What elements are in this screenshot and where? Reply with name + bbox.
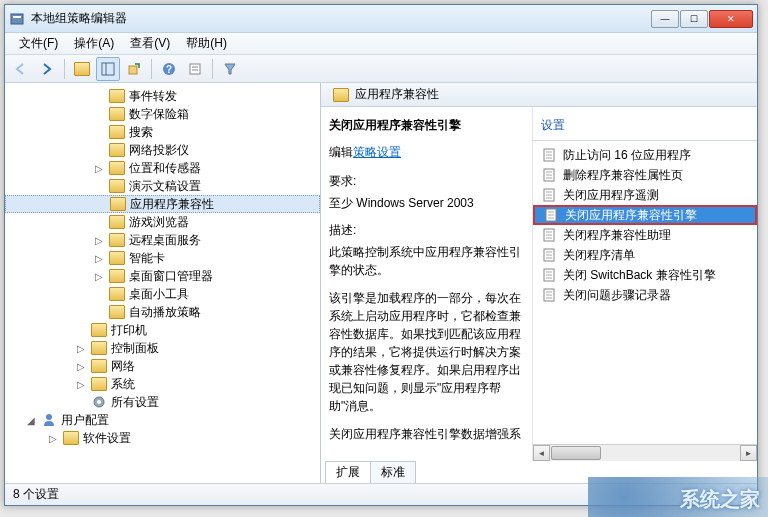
expander-icon[interactable]: ◢ <box>25 415 37 426</box>
tree-item-label: 应用程序兼容性 <box>130 196 214 213</box>
policy-icon <box>541 168 557 182</box>
tree-item[interactable]: 演示文稿设置 <box>5 177 320 195</box>
tab-standard[interactable]: 标准 <box>370 461 416 483</box>
tree-item[interactable]: 打印机 <box>5 321 320 339</box>
menu-file[interactable]: 文件(F) <box>11 33 66 54</box>
tree-item[interactable]: ▷控制面板 <box>5 339 320 357</box>
folder-icon <box>74 62 90 76</box>
tree-item-user-config[interactable]: ◢用户配置 <box>5 411 320 429</box>
properties-icon <box>188 62 202 76</box>
expander-icon[interactable]: ▷ <box>75 361 87 372</box>
setting-label: 关闭 SwitchBack 兼容性引擎 <box>563 267 716 284</box>
tree-item[interactable]: 桌面小工具 <box>5 285 320 303</box>
setting-item[interactable]: 删除程序兼容性属性页 <box>533 165 757 185</box>
back-button[interactable] <box>9 57 33 81</box>
tree-item[interactable]: 所有设置 <box>5 393 320 411</box>
forward-button[interactable] <box>35 57 59 81</box>
settings-list[interactable]: 防止访问 16 位应用程序删除程序兼容性属性页关闭应用程序遥测关闭应用程序兼容性… <box>533 141 757 444</box>
titlebar: 本地组策略编辑器 — ☐ ✕ <box>5 5 757 33</box>
tree-item[interactable]: ▷位置和传感器 <box>5 159 320 177</box>
edit-label: 编辑 <box>329 145 353 159</box>
tree-item[interactable]: 数字保险箱 <box>5 105 320 123</box>
tree-item-label: 桌面窗口管理器 <box>129 268 213 285</box>
description-text-2: 该引擎是加载程序的一部分，每次在系统上启动应用程序时，它都检查兼容性数据库。如果… <box>329 289 524 415</box>
tree-item-label: 游戏浏览器 <box>129 214 189 231</box>
policy-settings-link[interactable]: 策略设置 <box>353 145 401 159</box>
filter-button[interactable] <box>218 57 242 81</box>
tree-item[interactable]: ▷网络 <box>5 357 320 375</box>
close-button[interactable]: ✕ <box>709 10 753 28</box>
setting-item[interactable]: 关闭应用程序兼容性引擎 <box>533 205 757 225</box>
setting-item[interactable]: 关闭 SwitchBack 兼容性引擎 <box>533 265 757 285</box>
horizontal-scrollbar[interactable]: ◄ ► <box>533 444 757 461</box>
menu-view[interactable]: 查看(V) <box>122 33 178 54</box>
expander-icon[interactable]: ▷ <box>75 343 87 354</box>
setting-label: 关闭程序清单 <box>563 247 635 264</box>
help-button[interactable]: ? <box>157 57 181 81</box>
tree-item-label: 智能卡 <box>129 250 165 267</box>
menu-help[interactable]: 帮助(H) <box>178 33 235 54</box>
tab-extended[interactable]: 扩展 <box>325 461 371 483</box>
tree-item-label: 事件转发 <box>129 88 177 105</box>
requirements-text: 至少 Windows Server 2003 <box>329 194 524 212</box>
tree-item[interactable]: ▷系统 <box>5 375 320 393</box>
export-button[interactable] <box>122 57 146 81</box>
tree-pane[interactable]: 事件转发数字保险箱搜索网络投影仪▷位置和传感器演示文稿设置应用程序兼容性游戏浏览… <box>5 83 321 483</box>
policy-icon <box>541 188 557 202</box>
tree-item-label: 网络投影仪 <box>129 142 189 159</box>
setting-item[interactable]: 关闭应用程序遥测 <box>533 185 757 205</box>
setting-item[interactable]: 关闭程序兼容性助理 <box>533 225 757 245</box>
properties-button[interactable] <box>183 57 207 81</box>
expander-icon[interactable]: ▷ <box>47 433 59 444</box>
tree-item-label: 数字保险箱 <box>129 106 189 123</box>
scroll-track[interactable] <box>550 445 740 461</box>
expander-icon[interactable]: ▷ <box>93 253 105 264</box>
tree-item-label: 所有设置 <box>111 394 159 411</box>
tree-item-label: 远程桌面服务 <box>129 232 201 249</box>
setting-item[interactable]: 防止访问 16 位应用程序 <box>533 145 757 165</box>
expander-icon[interactable]: ▷ <box>93 163 105 174</box>
settings-column-header[interactable]: 设置 <box>533 107 757 141</box>
svg-point-12 <box>46 414 52 420</box>
toolbar: ? <box>5 55 757 83</box>
tree-item[interactable]: 游戏浏览器 <box>5 213 320 231</box>
setting-label: 防止访问 16 位应用程序 <box>563 147 691 164</box>
tree-icon <box>101 62 115 76</box>
minimize-button[interactable]: — <box>651 10 679 28</box>
window-controls: — ☐ ✕ <box>651 10 753 28</box>
setting-label: 关闭问题步骤记录器 <box>563 287 671 304</box>
tree-item[interactable]: ▷智能卡 <box>5 249 320 267</box>
folder-icon <box>333 88 349 102</box>
setting-item[interactable]: 关闭问题步骤记录器 <box>533 285 757 305</box>
tree-item-label: 位置和传感器 <box>129 160 201 177</box>
tree-item[interactable]: 自动播放策略 <box>5 303 320 321</box>
scroll-left-button[interactable]: ◄ <box>533 445 550 461</box>
statusbar: 8 个设置 <box>5 483 757 505</box>
tree-item[interactable]: 搜索 <box>5 123 320 141</box>
tree-item-label: 控制面板 <box>111 340 159 357</box>
tree-item[interactable]: 网络投影仪 <box>5 141 320 159</box>
menubar: 文件(F) 操作(A) 查看(V) 帮助(H) <box>5 33 757 55</box>
expander-icon[interactable]: ▷ <box>75 379 87 390</box>
scroll-right-button[interactable]: ► <box>740 445 757 461</box>
policy-icon <box>541 148 557 162</box>
setting-item[interactable]: 关闭程序清单 <box>533 245 757 265</box>
tree-view-button[interactable] <box>96 57 120 81</box>
tree-item[interactable]: 事件转发 <box>5 87 320 105</box>
folder-button[interactable] <box>70 57 94 81</box>
expander-icon[interactable]: ▷ <box>93 235 105 246</box>
tree-item-label: 系统 <box>111 376 135 393</box>
tree-item[interactable]: ▷远程桌面服务 <box>5 231 320 249</box>
maximize-button[interactable]: ☐ <box>680 10 708 28</box>
scroll-thumb[interactable] <box>551 446 601 460</box>
arrow-right-icon <box>39 62 55 76</box>
setting-label: 关闭程序兼容性助理 <box>563 227 671 244</box>
tree-item[interactable]: 应用程序兼容性 <box>5 195 320 213</box>
tree-item[interactable]: ▷桌面窗口管理器 <box>5 267 320 285</box>
right-body: 关闭应用程序兼容性引擎 编辑策略设置 要求: 至少 Windows Server… <box>321 107 757 461</box>
policy-icon <box>543 208 559 222</box>
tree-item[interactable]: ▷软件设置 <box>5 429 320 447</box>
expander-icon[interactable]: ▷ <box>93 271 105 282</box>
menu-action[interactable]: 操作(A) <box>66 33 122 54</box>
description-label: 描述: <box>329 222 524 239</box>
